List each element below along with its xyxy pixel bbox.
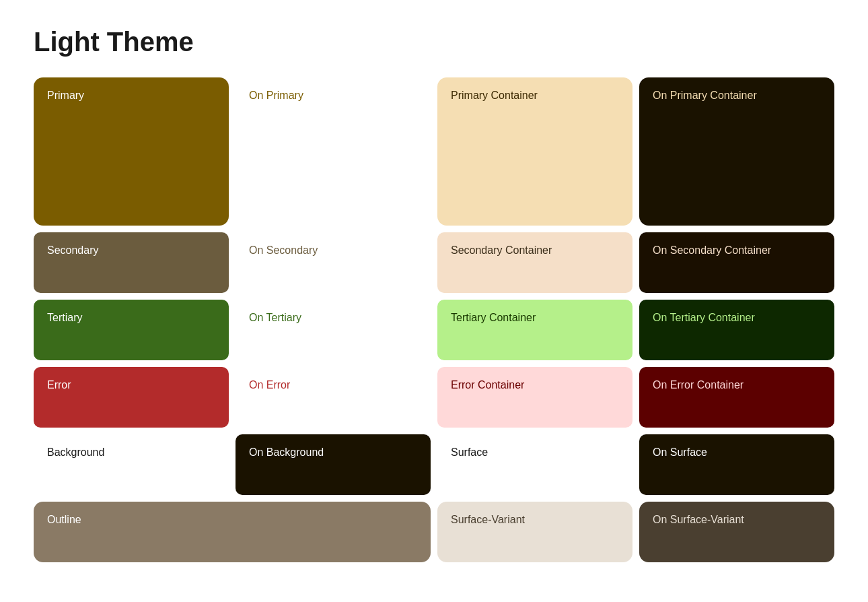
surface-cell: Surface <box>437 434 632 495</box>
error-container-label: Error Container <box>451 379 524 391</box>
on-primary-cell: On Primary <box>236 77 431 226</box>
on-error-container-label: On Error Container <box>653 379 744 391</box>
on-secondary-container-label: On Secondary Container <box>653 244 771 257</box>
on-tertiary-container-cell: On Tertiary Container <box>639 300 834 360</box>
error-label: Error <box>47 379 71 391</box>
on-tertiary-container-label: On Tertiary Container <box>653 312 755 324</box>
outline-label: Outline <box>47 514 81 526</box>
color-grid: PrimaryOn PrimaryPrimary ContainerOn Pri… <box>34 77 834 562</box>
on-surface-variant-label: On Surface-Variant <box>653 514 744 526</box>
on-tertiary-label: On Tertiary <box>249 312 301 324</box>
on-primary-container-label: On Primary Container <box>653 90 757 102</box>
surface-label: Surface <box>451 446 488 459</box>
error-container-cell: Error Container <box>437 367 632 428</box>
on-surface-cell: On Surface <box>639 434 834 495</box>
on-error-cell: On Error <box>236 367 431 428</box>
on-secondary-container-cell: On Secondary Container <box>639 232 834 293</box>
secondary-cell: Secondary <box>34 232 229 293</box>
on-background-cell: On Background <box>236 434 431 495</box>
on-surface-label: On Surface <box>653 446 707 459</box>
on-primary-label: On Primary <box>249 90 303 102</box>
primary-container-cell: Primary Container <box>437 77 632 226</box>
primary-label: Primary <box>47 90 84 102</box>
background-label: Background <box>47 446 104 459</box>
tertiary-container-cell: Tertiary Container <box>437 300 632 360</box>
on-background-label: On Background <box>249 446 324 459</box>
primary-container-label: Primary Container <box>451 90 538 102</box>
on-primary-container-cell: On Primary Container <box>639 77 834 226</box>
tertiary-container-label: Tertiary Container <box>451 312 536 324</box>
background-cell: Background <box>34 434 229 495</box>
on-error-container-cell: On Error Container <box>639 367 834 428</box>
on-error-label: On Error <box>249 379 290 391</box>
tertiary-label: Tertiary <box>47 312 82 324</box>
on-surface-variant-cell: On Surface-Variant <box>639 502 834 562</box>
secondary-container-label: Secondary Container <box>451 244 552 257</box>
primary-cell: Primary <box>34 77 229 226</box>
page-title: Light Theme <box>34 27 834 57</box>
outline-cell: Outline <box>34 502 431 562</box>
on-secondary-cell: On Secondary <box>236 232 431 293</box>
secondary-container-cell: Secondary Container <box>437 232 632 293</box>
surface-variant-cell: Surface-Variant <box>437 502 632 562</box>
error-cell: Error <box>34 367 229 428</box>
on-tertiary-cell: On Tertiary <box>236 300 431 360</box>
tertiary-cell: Tertiary <box>34 300 229 360</box>
surface-variant-label: Surface-Variant <box>451 514 525 526</box>
secondary-label: Secondary <box>47 244 99 257</box>
on-secondary-label: On Secondary <box>249 244 318 257</box>
